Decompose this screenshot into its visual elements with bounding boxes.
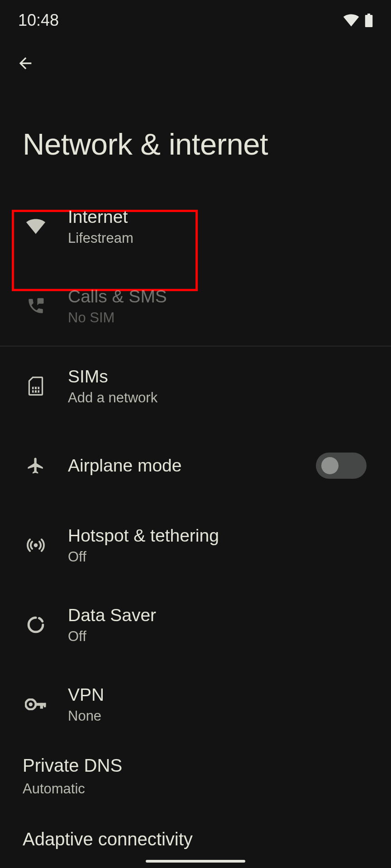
airplane-icon: [24, 456, 47, 475]
wifi-icon: [343, 14, 359, 27]
item-subtitle: No SIM: [68, 310, 367, 326]
item-subtitle: Automatic: [23, 781, 368, 797]
item-title: Calls & SMS: [68, 286, 367, 307]
item-subtitle: None: [68, 708, 367, 724]
settings-item-adaptive-connectivity[interactable]: Adaptive connectivity: [0, 807, 391, 868]
item-title: Internet: [68, 207, 367, 228]
item-title: VPN: [68, 684, 367, 706]
item-subtitle: Off: [68, 628, 367, 645]
data-saver-icon: [24, 616, 47, 634]
status-bar: 10:48: [0, 0, 391, 36]
svg-rect-10: [40, 703, 43, 709]
svg-point-8: [29, 703, 33, 706]
hotspot-icon: [24, 536, 47, 555]
back-button[interactable]: [0, 36, 391, 72]
phone-sms-icon: [24, 297, 47, 316]
vpn-key-icon: [24, 698, 47, 710]
svg-point-6: [34, 543, 38, 547]
item-title: Airplane mode: [68, 455, 316, 476]
settings-item-sims[interactable]: SIMs Add a network: [0, 346, 391, 426]
item-title: Adaptive connectivity: [23, 828, 368, 850]
item-title: SIMs: [68, 366, 367, 387]
svg-rect-1: [366, 20, 372, 26]
navigation-handle[interactable]: [146, 860, 245, 863]
sim-icon: [24, 377, 47, 396]
toggle-knob: [321, 457, 339, 474]
status-time: 10:48: [18, 11, 59, 30]
settings-item-internet[interactable]: Internet Lifestream: [0, 187, 391, 266]
page-title: Network & internet: [0, 72, 391, 187]
item-subtitle: Off: [68, 549, 367, 565]
item-title: Hotspot & tethering: [68, 525, 367, 547]
item-title: Private DNS: [23, 755, 368, 776]
status-icons: [343, 14, 373, 27]
airplane-mode-toggle[interactable]: [316, 453, 367, 479]
item-title: Data Saver: [68, 605, 367, 626]
settings-item-private-dns[interactable]: Private DNS Automatic: [0, 744, 391, 807]
wifi-icon: [24, 218, 47, 235]
settings-item-hotspot[interactable]: Hotspot & tethering Off: [0, 505, 391, 585]
battery-icon: [365, 14, 373, 27]
settings-item-calls-sms: Calls & SMS No SIM: [0, 266, 391, 346]
settings-list: Internet Lifestream Calls & SMS No SIM: [0, 187, 391, 868]
settings-item-data-saver[interactable]: Data Saver Off: [0, 585, 391, 665]
arrow-back-icon: [16, 54, 34, 72]
item-subtitle: Add a network: [68, 390, 367, 406]
item-subtitle: Lifestream: [68, 230, 367, 246]
svg-rect-11: [44, 703, 46, 708]
settings-item-airplane-mode[interactable]: Airplane mode: [0, 426, 391, 505]
settings-item-vpn[interactable]: VPN None: [0, 665, 391, 744]
